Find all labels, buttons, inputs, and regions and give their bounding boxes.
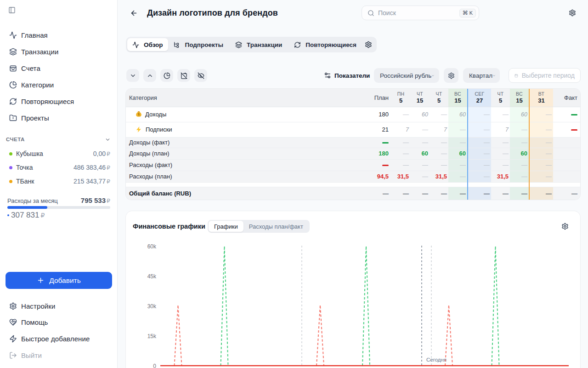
svg-text:45k: 45k (147, 273, 157, 280)
svg-text:Сегодня: Сегодня (426, 357, 447, 362)
svg-text:$: $ (138, 113, 140, 116)
svg-text:30k: 30k (147, 303, 157, 310)
svg-text:60k: 60k (147, 243, 157, 250)
svg-text:15k: 15k (147, 333, 157, 339)
svg-text:0: 0 (153, 363, 156, 368)
